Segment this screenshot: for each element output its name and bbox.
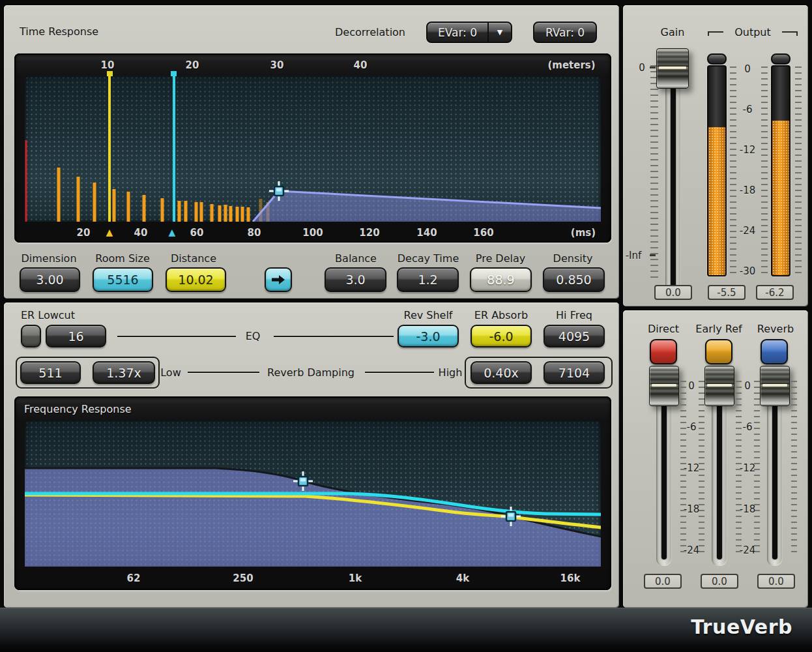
early-reflection-bar xyxy=(218,205,222,222)
early-reflection-bar xyxy=(178,201,181,222)
damping-low-ratio-button[interactable]: 1.37x xyxy=(93,361,155,384)
evar-value: EVar: 0 xyxy=(428,23,487,42)
gain-fader-track[interactable] xyxy=(671,60,676,295)
pre-delay-value-button[interactable]: 88.9 xyxy=(470,267,532,292)
er-absorb-value-button[interactable]: -6.0 xyxy=(471,325,532,348)
early-reflection-bar xyxy=(195,202,198,222)
time-response-graph xyxy=(14,53,611,243)
chevron-down-icon[interactable]: ▼ xyxy=(489,23,511,42)
decay-time-label: Decay Time xyxy=(389,252,467,265)
gain-readout[interactable]: 0.0 xyxy=(654,285,692,300)
decay-time-value-button[interactable]: 1.2 xyxy=(397,267,459,292)
reverb-fader-handle[interactable] xyxy=(760,366,790,406)
output-meter-left-level xyxy=(708,127,725,275)
er-lowcut-label: ER Lowcut xyxy=(21,309,75,321)
er-lowcut-toggle-button[interactable] xyxy=(21,325,41,348)
room-size-value-button[interactable]: 5516 xyxy=(93,267,153,292)
early-reflection-bar xyxy=(161,198,164,222)
damping-high-label: High xyxy=(434,366,467,379)
output-meter-right-cap xyxy=(771,53,790,65)
frequency-response-graph: Frequency Response xyxy=(14,396,611,590)
meter-tick-scale-2 xyxy=(761,67,768,274)
mixer-tick-scale-4 xyxy=(754,381,760,556)
rev-shelf-label: Rev Shelf xyxy=(389,309,467,321)
gain-tick-scale xyxy=(650,65,658,280)
evar-dropdown[interactable]: EVar: 0 ▼ xyxy=(426,22,512,43)
reverb-readout[interactable]: 0.0 xyxy=(757,574,795,589)
dimension-label: Dimension xyxy=(10,252,88,265)
damping-high-ratio-button[interactable]: 0.40x xyxy=(471,361,532,384)
reverb-mute-button[interactable] xyxy=(761,339,788,364)
early-ref-readout[interactable]: 0.0 xyxy=(701,574,738,589)
eq-rule-left xyxy=(117,336,236,337)
balance-value-button[interactable]: 3.0 xyxy=(325,267,386,292)
gain-fader-handle[interactable] xyxy=(656,48,689,89)
early-ref-fader-handle[interactable] xyxy=(704,366,734,406)
output-meter-right-level xyxy=(772,121,789,275)
hi-freq-label: Hi Freq xyxy=(535,309,613,321)
early-reflection-bar xyxy=(247,207,250,222)
reverb-envelope-fill xyxy=(253,191,601,222)
distance-value-button[interactable]: 10.02 xyxy=(166,267,226,292)
reverb-damping-title: Reverb Damping xyxy=(259,366,363,379)
output-left-readout[interactable]: -5.5 xyxy=(708,285,746,300)
output-meter-right xyxy=(771,65,790,276)
mixer-tick-scale-1 xyxy=(680,381,686,556)
hi-freq-value-button[interactable]: 4095 xyxy=(544,325,605,348)
early-reflection-bar xyxy=(127,192,130,222)
balance-label: Balance xyxy=(317,252,395,265)
early-reflection-bar xyxy=(93,183,96,222)
early-reflection-bar xyxy=(241,207,244,222)
early-reflection-bar xyxy=(77,177,80,222)
early-reflection-bar xyxy=(200,202,203,222)
direct-readout[interactable]: 0.0 xyxy=(644,574,682,589)
output-meter-left-cap xyxy=(707,53,727,65)
early-reflection-bar xyxy=(236,207,239,222)
eq-rule-right xyxy=(274,336,394,337)
output-bracket-left xyxy=(708,31,723,36)
direct-fader-handle[interactable] xyxy=(649,366,679,406)
density-value-button[interactable]: 0.850 xyxy=(543,267,605,292)
distance-label: Distance xyxy=(154,252,233,265)
output-meter-left xyxy=(707,65,727,276)
time-response-plot[interactable] xyxy=(25,76,601,222)
rev-shelf-value-button[interactable]: -3.0 xyxy=(398,325,459,348)
output-right-readout[interactable]: -6.2 xyxy=(756,285,794,300)
meter-tick-scale-1 xyxy=(730,67,736,274)
frequency-response-plot[interactable] xyxy=(25,421,601,567)
mixer-tick-scale-2 xyxy=(699,381,704,556)
direct-mute-button[interactable] xyxy=(650,339,677,364)
dimension-value-button[interactable]: 3.00 xyxy=(20,267,80,292)
frequency-response-title: Frequency Response xyxy=(24,403,132,415)
early-reflection-bar xyxy=(224,205,227,222)
reverb-label: Reverb xyxy=(736,323,812,335)
early-reflection-bar xyxy=(229,206,233,222)
early-reflection-bar xyxy=(113,189,116,222)
early-reflection-bar xyxy=(143,195,146,222)
rvar-button[interactable]: RVar: 0 xyxy=(533,22,597,43)
damping-rule-left xyxy=(188,372,259,373)
trueverb-plugin-window: Time Response Decorrelation EVar: 0 ▼ RV… xyxy=(0,0,812,652)
damping-rule-right xyxy=(365,372,434,373)
damping-low-freq-button[interactable]: 511 xyxy=(20,361,81,384)
early-reflection-bar xyxy=(57,168,61,222)
density-label: Density xyxy=(534,252,612,265)
distance-marker-line[interactable] xyxy=(108,76,111,222)
link-arrow-button[interactable] xyxy=(265,267,292,292)
decorrelation-label: Decorrelation xyxy=(313,26,405,38)
er-lowcut-value-button[interactable]: 16 xyxy=(46,325,106,348)
rvar-value: RVar: 0 xyxy=(534,23,596,42)
meter-tick-scale-3 xyxy=(795,67,802,274)
damping-high-freq-button[interactable]: 7104 xyxy=(544,361,605,384)
eq-section-label: EQ xyxy=(233,330,272,342)
time-response-title: Time Response xyxy=(20,25,98,38)
er-absorb-label: ER Absorb xyxy=(462,309,540,321)
room-size-marker-line[interactable] xyxy=(173,76,175,222)
output-bracket-right xyxy=(782,31,798,36)
direct-sound-marker xyxy=(25,140,27,222)
early-ref-mute-button[interactable] xyxy=(705,339,732,364)
mixer-tick-scale-5 xyxy=(791,381,797,556)
early-reflection-bar xyxy=(184,201,188,222)
gain-label: Gain xyxy=(633,26,712,38)
output-label: Output xyxy=(727,26,779,38)
